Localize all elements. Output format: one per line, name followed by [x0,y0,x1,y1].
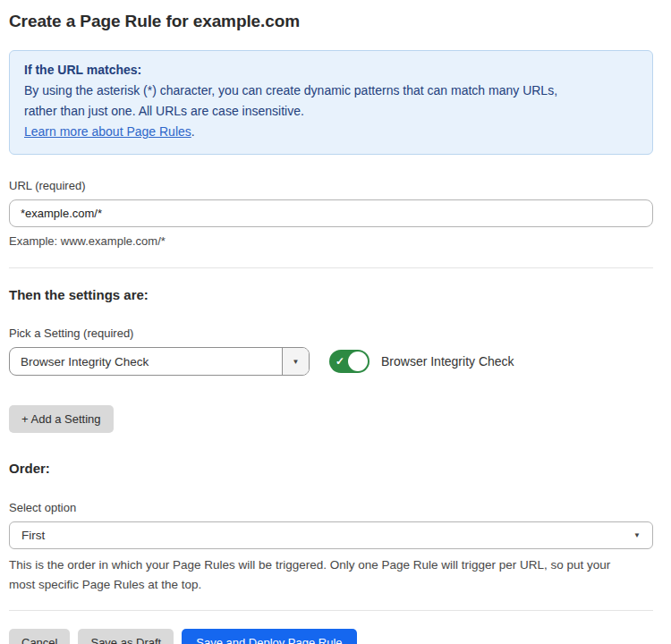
divider [9,267,653,268]
settings-section-heading: Then the settings are: [9,287,653,302]
url-input[interactable] [9,199,653,227]
info-box-body-line-1: By using the asterisk (*) character, you… [24,80,638,101]
toggle-label: Browser Integrity Check [381,354,514,369]
browser-integrity-toggle[interactable]: ✓ [329,350,369,373]
order-select-label: Select option [9,501,653,514]
setting-row: Browser Integrity Check ▼ ✓ Browser Inte… [9,347,653,376]
order-helper-text: This is the order in which your Page Rul… [9,555,653,595]
setting-select-caret-button[interactable]: ▼ [282,348,309,375]
page-title: Create a Page Rule for example.com [9,12,653,31]
order-helper-line-1: This is the order in which your Page Rul… [9,555,653,575]
order-helper-line-2: most specific Page Rules at the top. [9,575,653,595]
add-setting-button[interactable]: + Add a Setting [9,405,114,433]
toggle-knob [348,352,368,371]
info-box-link-line: Learn more about Page Rules. [24,122,638,142]
order-select[interactable]: First ▼ [9,521,653,549]
footer-actions: Cancel Save as Draft Save and Deploy Pag… [9,629,653,644]
caret-down-icon: ▼ [633,531,641,539]
setting-select[interactable]: Browser Integrity Check ▼ [9,347,310,376]
cancel-button[interactable]: Cancel [9,629,70,644]
check-icon: ✓ [336,356,344,367]
page-rule-form: Create a Page Rule for example.com If th… [0,0,671,644]
url-field-label: URL (required) [9,179,653,192]
setting-select-value: Browser Integrity Check [10,348,282,375]
save-draft-button[interactable]: Save as Draft [78,629,174,644]
caret-down-icon: ▼ [293,358,300,366]
info-box-heading: If the URL matches: [24,60,638,80]
url-helper-text: Example: www.example.com/* [9,234,653,248]
link-suffix: . [191,124,195,139]
divider [9,610,653,611]
info-box-body-line-2: rather than just one. All URLs are case … [24,101,638,122]
learn-more-link[interactable]: Learn more about Page Rules [24,124,191,139]
order-select-value: First [21,529,45,542]
url-match-info-box: If the URL matches: By using the asteris… [9,50,653,155]
save-deploy-button[interactable]: Save and Deploy Page Rule [182,629,356,644]
pick-setting-label: Pick a Setting (required) [9,326,653,340]
order-section-heading: Order: [9,461,653,476]
